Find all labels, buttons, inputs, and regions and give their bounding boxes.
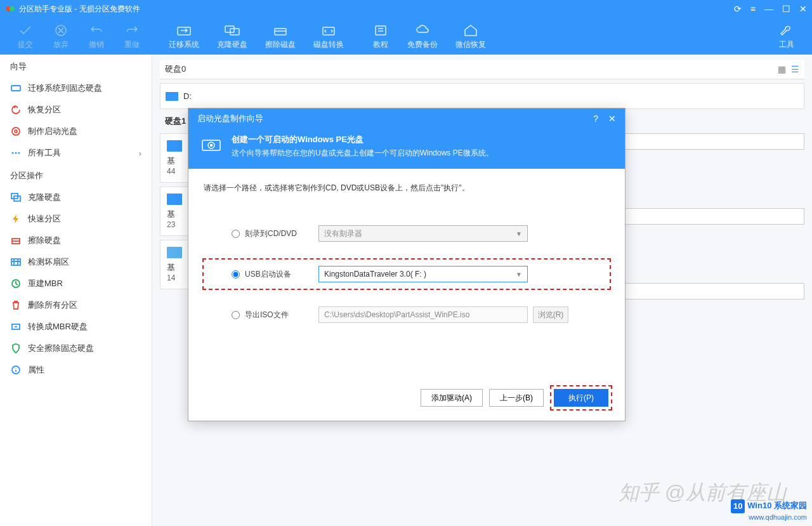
svg-rect-8 xyxy=(376,26,386,35)
label-cd: 刻录到CD/DVD xyxy=(245,228,318,239)
drive-icon xyxy=(166,92,178,101)
sidebar-item-secure-erase-ssd[interactable]: 安全擦除固态硬盘 xyxy=(0,338,152,359)
add-driver-button[interactable]: 添加驱动(A) xyxy=(421,389,483,407)
svg-point-13 xyxy=(15,152,17,154)
option-usb-row: USB启动设备 KingstonDataTraveler 3.0( F: ) ▼ xyxy=(202,258,611,290)
dialog-footer: 添加驱动(A) 上一步(B) 执行(P) xyxy=(421,385,612,411)
banner-title: 创建一个可启动的Windows PE光盘 xyxy=(232,134,494,145)
sidebar-item-check-bad-sector[interactable]: 检测坏扇区 xyxy=(0,251,152,273)
tutorial-button[interactable]: 教程 xyxy=(363,23,398,50)
radio-iso[interactable] xyxy=(232,311,240,319)
sidebar-item-all-tools[interactable]: 所有工具 › xyxy=(0,142,152,164)
book-icon xyxy=(372,23,390,38)
pe-disc-icon xyxy=(200,134,223,154)
sidebar-item-delete-all-partitions[interactable]: 删除所有分区 xyxy=(0,294,152,316)
convert-disk-button[interactable]: 磁盘转换 xyxy=(304,23,353,50)
convert-icon xyxy=(320,23,337,38)
clone-small-icon xyxy=(10,192,22,203)
undo-button[interactable]: 撤销 xyxy=(79,23,114,50)
disk-card-3[interactable]: 基 14 xyxy=(160,240,189,289)
title-bar: 分区助手专业版 - 无损分区免费软件 ⟳ ≡ — ☐ ✕ xyxy=(0,0,812,18)
list-view-icon[interactable]: ☰ xyxy=(791,64,799,74)
sidebar-item-clone-disk[interactable]: 克隆硬盘 xyxy=(0,187,152,208)
sidebar-item-properties[interactable]: 属性 xyxy=(0,359,152,381)
dialog-close-icon[interactable]: ✕ xyxy=(608,114,616,124)
clone-disk-button[interactable]: 克隆硬盘 xyxy=(208,23,256,50)
tools-button[interactable]: 工具 xyxy=(769,23,804,50)
svg-rect-5 xyxy=(230,29,239,35)
dialog-title-text: 启动光盘制作向导 xyxy=(197,113,263,124)
svg-point-10 xyxy=(12,128,20,135)
disk-header: 硬盘0 ▦ ☰ xyxy=(160,60,804,79)
iso-path-field[interactable]: C:\Users\ds\Desktop\PartAssist_WinPE.iso xyxy=(318,306,528,323)
disk0-label: 硬盘0 xyxy=(165,63,186,75)
wechat-icon xyxy=(462,23,480,38)
dialog-instruction: 请选择一个路径，或选择将它制作到CD, DVD或USB设备上，然后点击"执行"。 xyxy=(204,183,610,194)
backup-button[interactable]: 免费备份 xyxy=(398,23,447,50)
svg-rect-4 xyxy=(225,26,234,32)
disk-card-1[interactable]: 基 44 xyxy=(160,133,189,183)
sidebar-item-migrate-ssd[interactable]: 迁移系统到固态硬盘 xyxy=(0,77,152,99)
sidebar: 向导 迁移系统到固态硬盘 恢复分区 制作启动光盘 所有工具 › 分区操作 克隆硬… xyxy=(0,55,152,526)
wipe-disk-button[interactable]: 擦除磁盘 xyxy=(256,23,304,50)
sidebar-item-recover-partition[interactable]: 恢复分区 xyxy=(0,99,152,121)
disk-icon xyxy=(167,140,182,152)
wipe-icon xyxy=(10,235,22,246)
maximize-icon[interactable]: ☐ xyxy=(782,4,790,14)
recover-icon xyxy=(10,104,22,115)
dropdown-cd-burner[interactable]: 没有刻录器 ▼ xyxy=(318,225,528,242)
window-title: 分区助手专业版 - 无损分区免费软件 xyxy=(19,4,140,15)
prev-button[interactable]: 上一步(B) xyxy=(489,389,544,407)
wizard-section-title: 向导 xyxy=(0,55,152,77)
convert-small-icon xyxy=(10,321,22,332)
migrate-button[interactable]: 迁移系统 xyxy=(160,23,208,50)
dialog-body: 请选择一个路径，或选择将它制作到CD, DVD或USB设备上，然后点击"执行"。… xyxy=(188,169,625,353)
redo-icon xyxy=(123,23,141,38)
radio-usb[interactable] xyxy=(232,270,240,279)
execute-button[interactable]: 执行(P) xyxy=(554,389,608,407)
svg-point-1 xyxy=(10,6,15,11)
svg-point-24 xyxy=(211,145,213,147)
sidebar-item-make-boot-disk[interactable]: 制作启动光盘 xyxy=(0,121,152,142)
close-icon[interactable]: ✕ xyxy=(799,4,807,14)
ssd-icon xyxy=(10,82,22,94)
redo-button[interactable]: 重做 xyxy=(114,23,150,50)
svg-rect-6 xyxy=(275,29,286,35)
svg-rect-9 xyxy=(11,86,20,91)
disk-icon xyxy=(167,194,182,205)
eraser-icon xyxy=(272,23,289,38)
svg-point-12 xyxy=(12,152,14,154)
svg-rect-18 xyxy=(11,259,20,265)
disk0-block[interactable]: D: xyxy=(160,83,804,109)
svg-point-11 xyxy=(15,130,17,133)
help-icon[interactable]: ? xyxy=(593,114,598,124)
drive-d-label: D: xyxy=(183,91,192,101)
discard-button[interactable]: 放弃 xyxy=(43,23,79,50)
minimize-icon[interactable]: — xyxy=(764,4,773,14)
sidebar-item-convert-mbr[interactable]: 转换成MBR硬盘 xyxy=(0,316,152,338)
svg-point-14 xyxy=(18,152,20,154)
grid-view-icon[interactable]: ▦ xyxy=(778,64,786,74)
sidebar-item-rebuild-mbr[interactable]: 重建MBR xyxy=(0,273,152,294)
more-icon xyxy=(10,147,22,159)
wrench-icon xyxy=(778,23,796,38)
radio-cd[interactable] xyxy=(232,230,240,238)
info-icon xyxy=(10,364,22,376)
disc-icon xyxy=(10,126,22,137)
sidebar-item-wipe-disk[interactable]: 擦除硬盘 xyxy=(0,230,152,251)
sidebar-item-quick-partition[interactable]: 快速分区 xyxy=(0,208,152,230)
option-cd-row: 刻录到CD/DVD 没有刻录器 ▼ xyxy=(204,225,610,242)
refresh-icon[interactable]: ⟳ xyxy=(734,4,742,14)
dropdown-usb-device[interactable]: KingstonDataTraveler 3.0( F: ) ▼ xyxy=(318,266,528,282)
wechat-recovery-button[interactable]: 微信恢复 xyxy=(447,23,495,50)
menu-icon[interactable]: ≡ xyxy=(750,4,756,14)
submit-button[interactable]: 提交 xyxy=(8,23,43,50)
chevron-down-icon: ▼ xyxy=(516,230,522,237)
app-logo-icon xyxy=(5,4,15,14)
execute-highlight: 执行(P) xyxy=(550,385,612,411)
disk-icon xyxy=(167,247,182,258)
disk-card-2[interactable]: 基 23 xyxy=(160,187,189,236)
check-icon xyxy=(16,23,34,38)
browse-button[interactable]: 浏览(R) xyxy=(533,306,568,323)
delete-icon xyxy=(10,299,22,311)
